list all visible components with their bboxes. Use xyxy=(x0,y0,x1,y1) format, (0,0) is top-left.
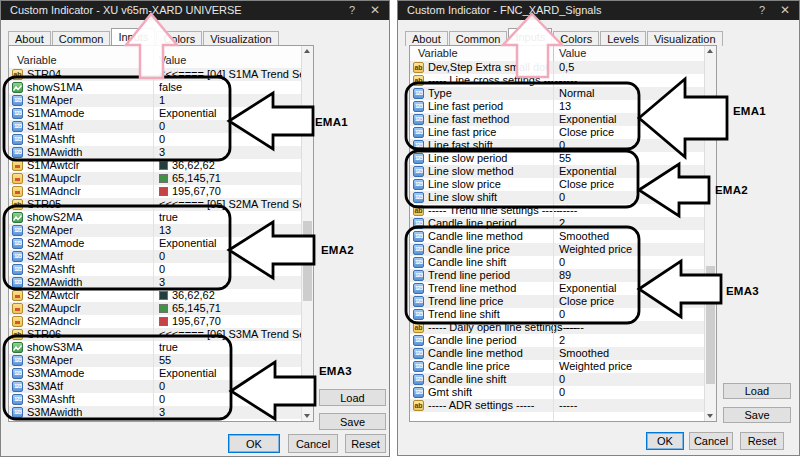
table-row[interactable]: 123Trend line methodExponential xyxy=(410,282,704,295)
scrollbar-thumb[interactable] xyxy=(706,266,715,384)
table-row[interactable]: 123Line slow shift0 xyxy=(410,191,704,204)
table-row[interactable]: abSTR06<<<==== [06] S3MA Trend Settings … xyxy=(9,328,301,341)
table-row[interactable]: S2MAwtclr36,62,62 xyxy=(9,289,301,302)
param-value: Exponential xyxy=(559,165,617,178)
param-value: Close price xyxy=(559,295,614,308)
table-row[interactable]: 123S3MAper55 xyxy=(9,354,301,367)
vertical-scrollbar[interactable] xyxy=(301,46,313,421)
tab-inputs[interactable]: Inputs xyxy=(508,28,552,46)
tab-common[interactable]: Common xyxy=(52,31,111,46)
table-row[interactable]: 123Line fast period13 xyxy=(410,100,704,113)
table-row[interactable]: 123S2MAtf0 xyxy=(9,250,301,263)
table-row[interactable]: S1MAdnclr195,67,70 xyxy=(9,185,301,198)
table-row[interactable]: 123S2MAwidth3 xyxy=(9,276,301,289)
table-row[interactable]: 123Line fast methodExponential xyxy=(410,113,704,126)
tab-about[interactable]: About xyxy=(8,31,51,46)
scroll-up-icon[interactable] xyxy=(302,46,313,57)
param-value: 3 xyxy=(159,276,165,289)
reset-button[interactable]: Reset xyxy=(740,432,784,450)
tab-levels[interactable]: Levels xyxy=(600,31,646,46)
vertical-scrollbar[interactable] xyxy=(704,46,716,421)
table-row[interactable]: abSTR05<<<==== [05] S2MA Trend Settings … xyxy=(9,198,301,211)
table-row[interactable]: 123S1MAmodeExponential xyxy=(9,107,301,120)
help-button[interactable]: ? xyxy=(341,1,363,20)
save-button[interactable]: Save xyxy=(319,413,386,430)
table-row[interactable]: 123S1MAtf0 xyxy=(9,120,301,133)
table-row[interactable]: 123Line slow methodExponential xyxy=(410,165,704,178)
table-row[interactable]: 123S3MAshft0 xyxy=(9,393,301,406)
column-header-value: Value xyxy=(559,47,586,59)
reset-button[interactable]: Reset xyxy=(345,434,386,453)
table-row[interactable]: showS2MAtrue xyxy=(9,211,301,224)
table-row[interactable]: 123S2MAshft0 xyxy=(9,263,301,276)
load-button[interactable]: Load xyxy=(319,389,386,406)
table-row[interactable]: 123Candle line period2 xyxy=(410,217,704,230)
tab-visualization[interactable]: Visualization xyxy=(203,31,279,46)
tab-colors[interactable]: Colors xyxy=(156,31,202,46)
close-icon[interactable]: ✕ xyxy=(364,1,386,20)
tab-inputs[interactable]: Inputs xyxy=(111,28,155,46)
table-row[interactable]: ab----- Trend line settings ---------- xyxy=(410,204,704,217)
cancel-button[interactable]: Cancel xyxy=(689,432,733,450)
table-row[interactable]: 123S1MAshft0 xyxy=(9,133,301,146)
table-row[interactable]: 123S1MAper1 xyxy=(9,94,301,107)
table-row[interactable]: 123Line fast shift0 xyxy=(410,139,704,152)
table-row[interactable]: 123S3MAmodeExponential xyxy=(9,367,301,380)
title-bar[interactable]: Custom Indicator - FNC_XARD_Signals ? ✕ xyxy=(398,1,799,20)
table-row[interactable]: 123Line slow priceClose price xyxy=(410,178,704,191)
param-value: 36,62,62 xyxy=(159,289,215,302)
help-button[interactable]: ? xyxy=(751,1,773,20)
tab-about[interactable]: About xyxy=(405,31,448,46)
table-row[interactable]: ab----- Line cross settings ---------- xyxy=(410,74,704,87)
table-row[interactable]: 123Trend line priceClose price xyxy=(410,295,704,308)
table-row[interactable]: 123Gmt shift0 xyxy=(410,386,704,399)
tab-visualization[interactable]: Visualization xyxy=(647,31,723,46)
table-row[interactable]: 123Candle line priceWeighted price xyxy=(410,360,704,373)
scroll-down-icon[interactable] xyxy=(705,410,716,421)
table-row[interactable]: 123Candle line shift0 xyxy=(410,373,704,386)
table-row[interactable]: S1MAwtclr36,62,62 xyxy=(9,159,301,172)
table-row[interactable]: 123Trend line period89 xyxy=(410,269,704,282)
table-row[interactable]: 123Candle line priceWeighted price xyxy=(410,243,704,256)
scroll-down-icon[interactable] xyxy=(302,410,313,421)
tab-colors[interactable]: Colors xyxy=(553,31,599,46)
table-row[interactable]: 123S3MAtf0 xyxy=(9,380,301,393)
number-icon: 123 xyxy=(413,88,424,99)
table-row[interactable]: abSTR04<<<==== [04] S1MA Trend Settings … xyxy=(9,68,301,81)
table-row[interactable]: S1MAupclr65,145,71 xyxy=(9,172,301,185)
load-button[interactable]: Load xyxy=(723,383,791,399)
table-row[interactable]: showS3MAtrue xyxy=(9,341,301,354)
table-row[interactable]: 123Line slow period55 xyxy=(410,152,704,165)
number-icon: 123 xyxy=(413,374,424,385)
table-row[interactable]: 123S2MAmodeExponential xyxy=(9,237,301,250)
table-row[interactable]: showS1MAfalse xyxy=(9,81,301,94)
table-row[interactable] xyxy=(410,412,704,421)
table-row[interactable]: S2MAdnclr195,67,70 xyxy=(9,315,301,328)
param-name: S3MAwidth xyxy=(27,406,82,419)
table-row[interactable]: ab----- Daily open line settings -------… xyxy=(410,321,704,334)
scroll-up-icon[interactable] xyxy=(705,46,716,57)
param-name: Line fast period xyxy=(428,100,503,113)
table-row[interactable]: S2MAupclr65,145,71 xyxy=(9,302,301,315)
table-row[interactable]: 123S1MAwidth3 xyxy=(9,146,301,159)
table-row[interactable]: 123TypeNormal xyxy=(410,87,704,100)
table-row[interactable]: 123S3MAwidth3 xyxy=(9,406,301,419)
ok-button[interactable]: OK xyxy=(228,434,280,453)
table-row[interactable]: 123S2MAper13 xyxy=(9,224,301,237)
table-row[interactable]: 123Line fast priceClose price xyxy=(410,126,704,139)
close-icon[interactable]: ✕ xyxy=(774,1,796,20)
table-row[interactable]: 123Candle line shift0 xyxy=(410,256,704,269)
save-button[interactable]: Save xyxy=(723,407,791,423)
ok-button[interactable]: OK xyxy=(646,432,684,450)
table-row[interactable]: 123Candle line period2 xyxy=(410,334,704,347)
scrollbar-thumb[interactable] xyxy=(303,221,312,301)
title-bar[interactable]: Custom Indicator - XU v65m-XARD UNIVERSE… xyxy=(1,1,389,20)
table-row[interactable]: 123Candle line methodSmoothed xyxy=(410,347,704,360)
table-row[interactable]: 123Candle line methodSmoothed xyxy=(410,230,704,243)
table-row[interactable]: abDev,Step Extra small dot0,5 xyxy=(410,61,704,74)
cancel-button[interactable]: Cancel xyxy=(288,434,338,453)
table-row[interactable]: 123Trend line shift0 xyxy=(410,308,704,321)
param-name: Gmt shift xyxy=(428,386,472,399)
tab-common[interactable]: Common xyxy=(449,31,508,46)
table-row[interactable]: ab----- ADR settings ---------- xyxy=(410,399,704,412)
